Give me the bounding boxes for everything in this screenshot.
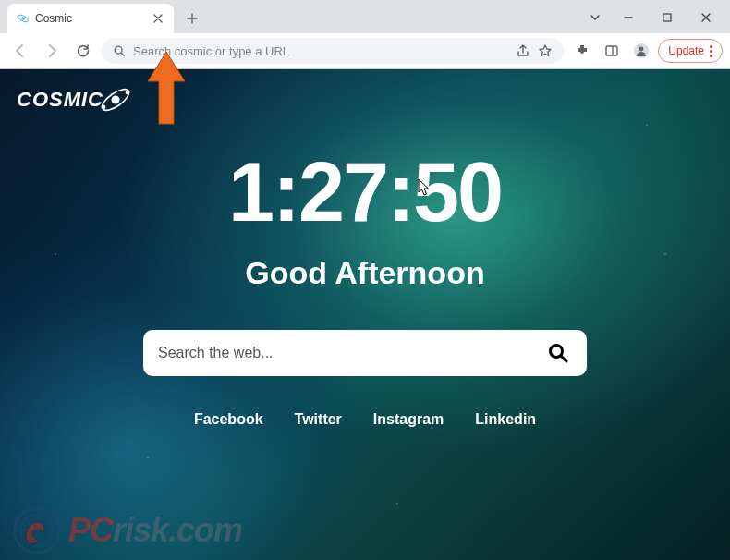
omnibox-placeholder: Search cosmic or type a URL <box>133 44 289 58</box>
svg-rect-2 <box>663 14 671 21</box>
toolbar-actions: Update <box>569 38 723 64</box>
search-input[interactable] <box>158 345 544 361</box>
side-panel-icon[interactable] <box>599 38 625 64</box>
greeting-text: Good Afternoon <box>245 255 484 291</box>
bookmark-star-icon[interactable] <box>538 43 553 58</box>
logo-orbit-icon <box>98 82 133 117</box>
page-content: COSMIC 1:27:50 Good Afternoon Facebook T… <box>0 69 730 560</box>
update-button[interactable]: Update <box>658 39 723 63</box>
update-button-label: Update <box>668 44 704 57</box>
omnibox-search-icon <box>113 44 126 57</box>
search-button[interactable] <box>544 339 572 367</box>
svg-point-6 <box>639 47 644 52</box>
search-bar <box>143 330 587 376</box>
omnibox[interactable]: Search cosmic or type a URL <box>102 38 564 64</box>
quick-links: Facebook Twitter Instagram Linkedin <box>194 411 536 428</box>
extensions-icon[interactable] <box>569 38 595 64</box>
logo-text: COSMIC <box>17 88 103 112</box>
link-facebook[interactable]: Facebook <box>194 411 263 428</box>
toolbar: Search cosmic or type a URL Update <box>0 33 730 68</box>
tab-dropdown-icon[interactable] <box>582 6 608 30</box>
nav-back-button[interactable] <box>7 38 33 64</box>
svg-point-7 <box>112 96 120 104</box>
svg-point-0 <box>21 17 25 20</box>
clock-display: 1:27:50 <box>228 145 502 240</box>
link-instagram[interactable]: Instagram <box>373 411 444 428</box>
link-twitter[interactable]: Twitter <box>295 411 342 428</box>
titlebar: Cosmic <box>0 0 730 33</box>
window-controls <box>582 6 724 30</box>
browser-chrome: Cosmic Search cosmic or type a URL <box>0 0 730 69</box>
search-icon <box>547 342 569 364</box>
nav-forward-button[interactable] <box>39 38 65 64</box>
window-close-icon[interactable] <box>687 6 724 30</box>
tab-favicon-icon <box>17 12 30 25</box>
profile-icon[interactable] <box>628 38 654 64</box>
site-logo: COSMIC <box>17 82 133 117</box>
link-linkedin[interactable]: Linkedin <box>475 411 536 428</box>
tab-title: Cosmic <box>35 12 146 25</box>
window-minimize-icon[interactable] <box>610 6 647 30</box>
nav-reload-button[interactable] <box>70 38 96 64</box>
tab-close-icon[interactable] <box>152 12 164 25</box>
new-tab-button[interactable] <box>179 6 205 31</box>
share-icon[interactable] <box>516 43 530 58</box>
svg-point-10 <box>126 91 130 95</box>
menu-dots-icon <box>710 45 712 57</box>
window-maximize-icon[interactable] <box>649 6 686 30</box>
svg-rect-4 <box>606 46 617 55</box>
browser-tab[interactable]: Cosmic <box>7 4 174 33</box>
svg-point-9 <box>102 105 106 110</box>
